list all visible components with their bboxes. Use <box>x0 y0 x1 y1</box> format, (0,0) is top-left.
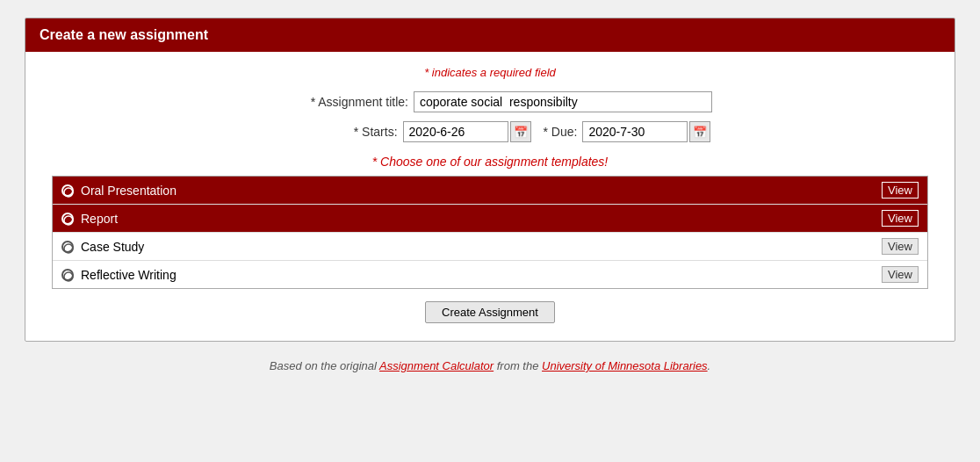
template-left-case-study: Case Study <box>61 240 144 254</box>
svg-point-0 <box>64 188 73 197</box>
template-radio-case-study[interactable] <box>61 241 74 253</box>
template-view-button-report[interactable]: View <box>882 210 919 227</box>
footer-text-after: . <box>708 359 711 372</box>
required-note: * indicates a required field <box>43 66 937 79</box>
template-label-reflective-writing: Reflective Writing <box>81 268 177 282</box>
university-link[interactable]: University of Minnesota Libraries <box>542 359 708 372</box>
template-list: Oral PresentationViewReportViewCase Stud… <box>52 176 928 289</box>
due-date-input[interactable] <box>582 121 688 142</box>
assignment-calculator-link[interactable]: Assignment Calculator <box>379 359 494 372</box>
starts-calendar-icon[interactable]: 📅 <box>510 121 531 142</box>
template-label-oral-presentation: Oral Presentation <box>81 184 177 198</box>
template-radio-report[interactable] <box>61 213 74 225</box>
template-item-oral-presentation: Oral PresentationView <box>53 177 927 205</box>
form-card: Create a new assignment * indicates a re… <box>25 18 955 342</box>
template-view-button-case-study[interactable]: View <box>882 238 919 255</box>
template-view-button-oral-presentation[interactable]: View <box>882 182 919 199</box>
card-body: * indicates a required field * Assignmen… <box>25 52 955 341</box>
card-title: Create a new assignment <box>40 27 208 42</box>
template-item-report: ReportView <box>53 205 927 233</box>
starts-date-input[interactable] <box>403 121 508 142</box>
svg-point-3 <box>64 272 73 281</box>
template-item-case-study: Case StudyView <box>53 233 927 261</box>
svg-point-2 <box>64 244 73 253</box>
template-radio-oral-presentation[interactable] <box>61 184 74 197</box>
template-view-button-reflective-writing[interactable]: View <box>882 266 919 283</box>
footer-note: Based on the original Assignment Calcula… <box>25 359 955 372</box>
due-label: * Due: <box>544 125 578 139</box>
create-assignment-button[interactable]: Create Assignment <box>425 301 555 323</box>
assignment-title-label: * Assignment title: <box>268 95 408 109</box>
due-calendar-icon[interactable]: 📅 <box>689 121 710 142</box>
template-label-case-study: Case Study <box>81 240 144 254</box>
required-note-text: * indicates a required field <box>424 66 556 79</box>
template-left-report: Report <box>61 212 118 226</box>
template-radio-reflective-writing[interactable] <box>61 269 74 281</box>
card-header: Create a new assignment <box>25 18 955 52</box>
template-label-report: Report <box>81 212 118 226</box>
starts-label: * Starts: <box>257 125 398 139</box>
footer-text-before: Based on the original <box>270 359 379 372</box>
btn-row: Create Assignment <box>43 301 937 323</box>
assignment-title-input[interactable] <box>414 91 712 112</box>
template-left-oral-presentation: Oral Presentation <box>61 184 177 198</box>
assignment-title-row: * Assignment title: <box>43 91 937 112</box>
main-container: Create a new assignment * indicates a re… <box>25 18 955 372</box>
svg-point-1 <box>64 216 73 225</box>
template-left-reflective-writing: Reflective Writing <box>61 268 177 282</box>
footer-text-between: from the <box>494 359 542 372</box>
template-item-reflective-writing: Reflective WritingView <box>53 261 927 288</box>
dates-row: * Starts: 📅 * Due: 📅 <box>43 121 937 142</box>
choose-template-note: * Choose one of our assignment templates… <box>43 155 937 169</box>
